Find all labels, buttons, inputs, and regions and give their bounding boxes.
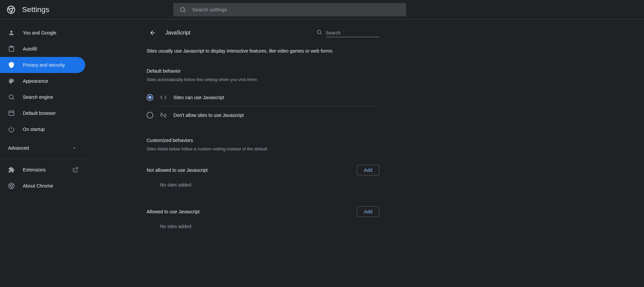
sidebar-advanced-label: Advanced xyxy=(8,145,29,151)
svg-line-6 xyxy=(184,11,185,12)
sidebar-divider xyxy=(0,159,85,159)
sidebar-item-label: Privacy and security xyxy=(23,62,65,68)
settings-search[interactable] xyxy=(173,3,406,16)
sidebar-item-extensions[interactable]: Extensions xyxy=(0,162,85,178)
search-icon xyxy=(179,6,186,13)
code-icon xyxy=(160,94,167,101)
extension-icon xyxy=(8,166,15,173)
allowed-empty: No sites added xyxy=(160,224,379,229)
palette-icon xyxy=(8,78,15,84)
sidebar-item-label: Appearance xyxy=(23,78,48,84)
panel-title: JavaScript xyxy=(165,30,310,36)
radio-label: Don't allow sites to use Javascript xyxy=(173,113,244,118)
add-not-allowed-button[interactable]: Add xyxy=(357,165,379,175)
svg-line-19 xyxy=(320,33,321,34)
chevron-down-icon xyxy=(72,145,77,151)
svg-rect-9 xyxy=(9,111,14,115)
sidebar-item-about-chrome[interactable]: About Chrome xyxy=(0,178,85,194)
sidebar-item-appearance[interactable]: Appearance xyxy=(0,73,85,89)
svg-point-5 xyxy=(180,7,184,11)
arrow-left-icon xyxy=(149,29,156,36)
not-allowed-title: Not allowed to use Javascript xyxy=(147,167,208,173)
not-allowed-empty: No sites added xyxy=(160,182,379,188)
svg-point-7 xyxy=(9,95,13,99)
customized-title: Customized behaviors xyxy=(147,138,379,143)
radio-indicator xyxy=(147,94,153,101)
code-off-icon xyxy=(160,112,167,119)
radio-indicator xyxy=(147,112,153,119)
radio-label: Sites can use Javascript xyxy=(173,95,224,100)
back-button[interactable] xyxy=(147,27,159,39)
sidebar-item-label: Autofill xyxy=(23,46,37,52)
radio-allow-js[interactable]: Sites can use Javascript xyxy=(147,89,379,106)
power-icon xyxy=(8,126,15,133)
sidebar-item-label: You and Google xyxy=(23,30,56,35)
panel-description: Sites usually use Javascript to display … xyxy=(147,48,379,54)
shield-icon xyxy=(8,62,15,68)
default-behavior-subtitle: Sites automatically follow this setting … xyxy=(147,77,379,82)
main-content: JavaScript Sites usually use Javascript … xyxy=(86,19,644,287)
allowed-title: Allowed to use Javascript xyxy=(147,209,200,214)
sidebar-item-label: On startup xyxy=(23,127,45,132)
browser-icon xyxy=(8,110,15,117)
sidebar-item-autofill[interactable]: Autofill xyxy=(0,41,85,57)
sidebar-item-you-and-google[interactable]: You and Google xyxy=(0,25,85,41)
sidebar-item-label: About Chrome xyxy=(23,183,53,189)
panel-search-input[interactable] xyxy=(326,29,379,37)
external-link-icon xyxy=(72,167,78,173)
default-behavior-title: Default behavior xyxy=(147,68,379,74)
add-allowed-button[interactable]: Add xyxy=(357,206,379,217)
chrome-icon xyxy=(8,183,15,189)
sidebar-item-privacy-security[interactable]: Privacy and security xyxy=(0,57,85,73)
radio-block-js[interactable]: Don't allow sites to use Javascript xyxy=(159,106,379,124)
person-icon xyxy=(8,29,15,36)
svg-line-8 xyxy=(13,98,14,100)
panel-search[interactable] xyxy=(316,29,379,37)
chrome-logo-icon xyxy=(7,5,15,14)
search-icon xyxy=(8,94,15,100)
sidebar-item-default-browser[interactable]: Default browser xyxy=(0,105,85,121)
svg-line-20 xyxy=(161,113,166,118)
sidebar-item-on-startup[interactable]: On startup xyxy=(0,121,85,137)
svg-line-12 xyxy=(75,167,78,170)
sidebar-item-label: Extensions xyxy=(23,167,46,172)
settings-header: Settings xyxy=(0,0,644,19)
svg-point-18 xyxy=(317,30,321,34)
sidebar-item-label: Search engine xyxy=(23,94,53,100)
sidebar: You and Google Autofill Privacy and secu… xyxy=(0,19,86,287)
sidebar-item-label: Default browser xyxy=(23,111,56,116)
search-icon xyxy=(316,29,322,35)
sidebar-item-search-engine[interactable]: Search engine xyxy=(0,89,85,105)
clipboard-icon xyxy=(8,46,15,52)
page-title: Settings xyxy=(22,5,49,14)
customized-subtitle: Sites listed below follow a custom setti… xyxy=(147,146,379,151)
sidebar-advanced-toggle[interactable]: Advanced xyxy=(0,140,85,156)
settings-search-input[interactable] xyxy=(192,7,400,12)
